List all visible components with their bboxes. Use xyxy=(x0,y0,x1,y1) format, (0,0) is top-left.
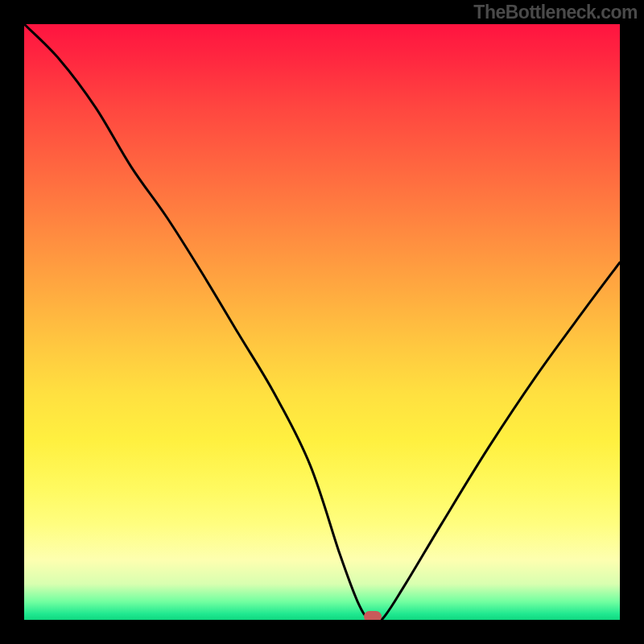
attribution-text: TheBottleneck.com xyxy=(473,2,638,23)
plot-area xyxy=(24,24,620,620)
optimum-marker xyxy=(364,611,382,620)
gradient-background xyxy=(24,24,620,620)
